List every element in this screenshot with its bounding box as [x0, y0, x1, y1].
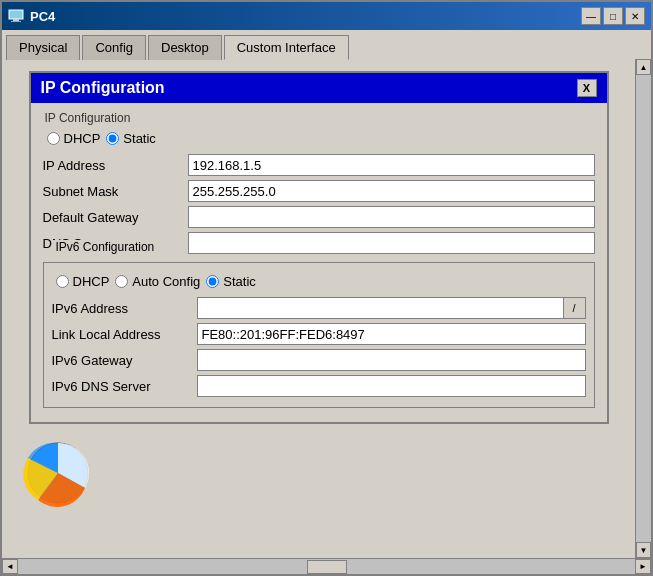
close-button[interactable]: ✕ [625, 7, 645, 25]
ipv6-gateway-label: IPv6 Gateway [52, 353, 197, 368]
title-bar-left: PC4 [8, 8, 55, 24]
ipv6-address-row: IPv6 Address / [52, 297, 586, 319]
ipv6-dns-server-input[interactable] [197, 375, 586, 397]
dhcp-radio-group: DHCP [47, 131, 101, 146]
ipv6-dns-server-row: IPv6 DNS Server [52, 375, 586, 397]
ip-dialog-title-text: IP Configuration [41, 79, 165, 97]
subnet-mask-label: Subnet Mask [43, 184, 188, 199]
scroll-track-h[interactable] [18, 559, 635, 574]
ipv6-prefix-btn[interactable]: / [564, 297, 586, 319]
ipv6-dns-server-label: IPv6 DNS Server [52, 379, 197, 394]
default-gateway-input[interactable] [188, 206, 595, 228]
scroll-down-button[interactable]: ▼ [636, 542, 651, 558]
scroll-left-button[interactable]: ◄ [2, 559, 18, 574]
tab-custom-interface-label: Custom Interface [237, 40, 336, 55]
tab-physical[interactable]: Physical [6, 35, 80, 60]
dhcp-radio[interactable] [47, 132, 60, 145]
ip-address-label: IP Address [43, 158, 188, 173]
link-local-address-label: Link Local Address [52, 327, 197, 342]
pc-icon [18, 438, 98, 508]
ipv6-address-input[interactable] [197, 297, 564, 319]
svg-rect-0 [9, 10, 23, 19]
scroll-track-v[interactable] [636, 75, 651, 542]
static-radio-group: Static [106, 131, 156, 146]
scroll-right-button[interactable]: ► [635, 559, 651, 574]
dhcp-label: DHCP [64, 131, 101, 146]
ipv6-dhcp-radio-group: DHCP [56, 274, 110, 289]
tab-desktop[interactable]: Desktop [148, 35, 222, 60]
vertical-scrollbar: ▲ ▼ [635, 59, 651, 558]
ipv6-address-label: IPv6 Address [52, 301, 197, 316]
ipv6-auto-radio-group: Auto Config [115, 274, 200, 289]
static-label: Static [123, 131, 156, 146]
ip-dialog-title-bar: IP Configuration X [31, 73, 607, 103]
minimize-button[interactable]: — [581, 7, 601, 25]
tab-config[interactable]: Config [82, 35, 146, 60]
tab-desktop-label: Desktop [161, 40, 209, 55]
scroll-up-button[interactable]: ▲ [636, 59, 651, 75]
ipv4-radio-row: DHCP Static [43, 131, 595, 146]
svg-rect-1 [13, 19, 19, 21]
main-panel: IP Configuration X IP Configuration DHCP [2, 59, 635, 558]
ipv6-gateway-input[interactable] [197, 349, 586, 371]
subnet-mask-row: Subnet Mask [43, 180, 595, 202]
dns-server-input[interactable] [188, 232, 595, 254]
ipv6-section: IPv6 Configuration DHCP Auto [43, 262, 595, 408]
ipv6-gateway-row: IPv6 Gateway [52, 349, 586, 371]
title-bar: PC4 — □ ✕ [2, 2, 651, 30]
default-gateway-label: Default Gateway [43, 210, 188, 225]
ipv6-address-field-group: / [197, 297, 586, 319]
tab-physical-label: Physical [19, 40, 67, 55]
ip-address-input[interactable] [188, 154, 595, 176]
ipv6-radio-row: DHCP Auto Config Static [52, 274, 586, 289]
scroll-thumb-h[interactable] [307, 560, 347, 574]
ipv4-section-label: IP Configuration [43, 111, 595, 125]
ip-dialog-close-button[interactable]: X [577, 79, 597, 97]
ip-dialog-body: IP Configuration DHCP Static [31, 103, 607, 422]
tab-custom-interface[interactable]: Custom Interface [224, 35, 349, 60]
link-local-address-input[interactable] [197, 323, 586, 345]
title-controls: — □ ✕ [581, 7, 645, 25]
default-gateway-row: Default Gateway [43, 206, 595, 228]
subnet-mask-input[interactable] [188, 180, 595, 202]
ip-config-dialog: IP Configuration X IP Configuration DHCP [29, 71, 609, 424]
ipv6-static-radio-group: Static [206, 274, 256, 289]
ip-address-row: IP Address [43, 154, 595, 176]
main-window: PC4 — □ ✕ Physical Config Desktop Custom… [0, 0, 653, 576]
window-icon [8, 8, 24, 24]
ipv6-static-label: Static [223, 274, 256, 289]
ipv6-static-radio[interactable] [206, 275, 219, 288]
ipv6-section-title: IPv6 Configuration [52, 240, 159, 254]
tab-config-label: Config [95, 40, 133, 55]
tab-bar: Physical Config Desktop Custom Interface [2, 30, 651, 59]
svg-rect-2 [11, 21, 21, 22]
window-title: PC4 [30, 9, 55, 24]
link-local-address-row: Link Local Address [52, 323, 586, 345]
static-radio[interactable] [106, 132, 119, 145]
horizontal-scrollbar: ◄ ► [2, 558, 651, 574]
ipv6-dhcp-label: DHCP [73, 274, 110, 289]
ipv6-auto-label: Auto Config [132, 274, 200, 289]
maximize-button[interactable]: □ [603, 7, 623, 25]
ipv6-auto-config-radio[interactable] [115, 275, 128, 288]
ipv6-dhcp-radio[interactable] [56, 275, 69, 288]
ipv6-section-title-wrapper: IPv6 Configuration [52, 253, 586, 268]
